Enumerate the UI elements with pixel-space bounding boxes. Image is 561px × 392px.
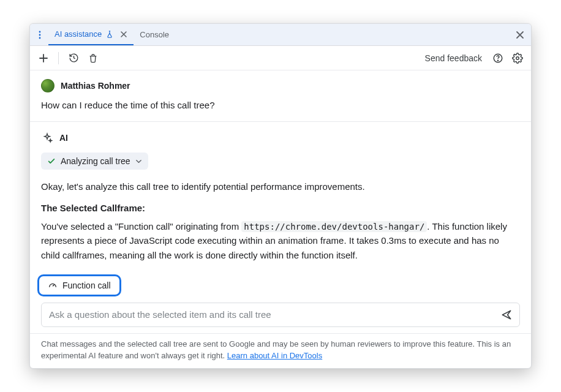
close-tab-button[interactable] [120,31,127,38]
user-message: How can I reduce the time of this call t… [41,99,520,111]
help-icon [492,53,503,64]
gauge-icon [48,281,58,290]
ai-paragraph: You've selected a "Function call" origin… [41,219,520,262]
tab-ai-assistance[interactable]: AI assistance [48,24,134,45]
history-icon [69,53,79,63]
kebab-icon [35,30,45,40]
fn-chip-label: Function call [62,281,111,290]
flask-icon [105,30,114,39]
toolbar: Send feedback [30,46,531,70]
trash-icon [88,53,98,63]
input-row [41,303,520,327]
separator [58,52,59,64]
delete-button[interactable] [85,50,102,67]
chat-input[interactable] [49,309,497,320]
divider [30,121,531,122]
learn-link[interactable]: Learn about AI in DevTools [227,351,322,360]
ai-header: AI [41,132,520,144]
sparkle-icon [41,132,53,144]
footer-disclaimer: Chat messages and the selected call tree… [30,333,531,368]
check-icon [47,157,56,165]
section-heading: The Selected Callframe: [41,203,520,213]
svg-point-4 [497,60,498,61]
svg-point-1 [39,34,41,36]
ai-label: AI [59,133,68,143]
gear-icon [512,53,523,64]
input-area [30,303,531,333]
analyzing-chip[interactable]: Analyzing call tree [41,153,148,170]
user-header: Matthias Rohmer [41,79,520,92]
new-chat-button[interactable] [35,50,52,67]
history-button[interactable] [65,50,82,67]
svg-point-5 [516,57,519,60]
tab-label: Console [140,30,169,39]
close-panel-button[interactable] [511,26,529,43]
tab-menu-button[interactable] [32,28,47,42]
send-feedback-link[interactable]: Send feedback [420,53,487,63]
tab-console[interactable]: Console [134,24,175,45]
function-call-chip[interactable]: Function call [37,274,121,296]
plus-icon [39,53,48,63]
close-icon [120,31,127,38]
chat-area: Matthias Rohmer How can I reduce the tim… [30,70,531,302]
user-name: Matthias Rohmer [61,81,130,91]
avatar [41,79,55,92]
svg-point-2 [39,37,41,39]
tabbar: AI assistance Console [30,24,531,46]
close-icon [515,30,525,40]
help-button[interactable] [489,50,506,67]
devtools-panel: AI assistance Console Send feedback [29,23,532,368]
send-button[interactable] [497,306,516,324]
chevron-down-icon [135,158,142,165]
tab-label: AI assistance [55,29,102,39]
svg-point-0 [39,31,41,33]
code-url: https://chrome.dev/devtools-hangar/ [241,221,427,232]
settings-button[interactable] [509,50,526,67]
ai-intro: Okay, let's analyze this call tree to id… [41,179,520,194]
send-icon [500,309,513,321]
chip-label: Analyzing call tree [61,156,130,166]
